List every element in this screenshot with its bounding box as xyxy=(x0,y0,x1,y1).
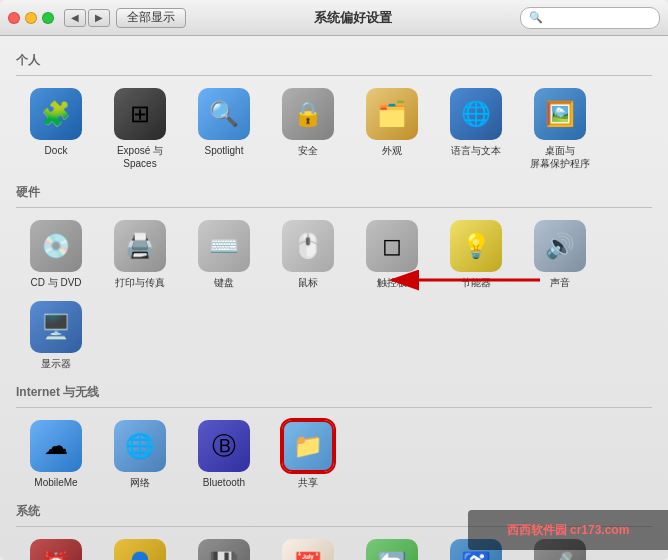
icon-box-desktop: 🖼️ xyxy=(534,88,586,140)
watermark: 西西软件园 cr173.com xyxy=(468,510,668,550)
icon-box-appearance: 🗂️ xyxy=(366,88,418,140)
forward-button[interactable]: ▶ xyxy=(88,9,110,27)
icon-item-langtext[interactable]: 🌐语言与文本 xyxy=(436,84,516,174)
icon-item-expose[interactable]: ⊞Exposé 与 Spaces xyxy=(100,84,180,174)
icon-label-spotlight: Spotlight xyxy=(205,144,244,157)
content-area: 个人🧩Dock⊞Exposé 与 Spaces🔍Spotlight🔒安全🗂️外观… xyxy=(0,36,668,560)
icon-item-software[interactable]: 🔄软件更新 xyxy=(352,535,432,560)
icon-label-trackpad: 触控板 xyxy=(377,276,407,289)
icon-item-datetime[interactable]: 📅日期与时间 xyxy=(268,535,348,560)
icon-box-trackpad: ◻ xyxy=(366,220,418,272)
icon-item-display[interactable]: 🖥️显示器 xyxy=(16,297,96,374)
icon-item-security[interactable]: 🔒安全 xyxy=(268,84,348,174)
icon-item-dock[interactable]: 🧩Dock xyxy=(16,84,96,174)
icon-label-sharing: 共享 xyxy=(298,476,318,489)
window-title: 系统偏好设置 xyxy=(192,9,514,27)
icon-box-datetime: 📅 xyxy=(282,539,334,560)
icon-box-langtext: 🌐 xyxy=(450,88,502,140)
icon-box-print: 🖨️ xyxy=(114,220,166,272)
icon-box-sound: 🔊 xyxy=(534,220,586,272)
system-preferences-window: ◀ ▶ 全部显示 系统偏好设置 🔍 个人🧩Dock⊞Exposé 与 Space… xyxy=(0,0,668,560)
icon-box-sharing: 📁 xyxy=(282,420,334,472)
icon-item-timemachine[interactable]: ⏰Time Machine xyxy=(16,535,96,560)
icon-label-energy: 节能器 xyxy=(461,276,491,289)
icon-grid-personal: 🧩Dock⊞Exposé 与 Spaces🔍Spotlight🔒安全🗂️外观🌐语… xyxy=(16,84,652,174)
icon-item-mouse[interactable]: 🖱️鼠标 xyxy=(268,216,348,293)
search-box[interactable]: 🔍 xyxy=(520,7,660,29)
minimize-button[interactable] xyxy=(25,12,37,24)
section-hardware: 硬件💿CD 与 DVD🖨️打印与传真⌨️键盘🖱️鼠标◻触控板💡节能器🔊声音🖥️显… xyxy=(16,184,652,374)
icon-box-network: 🌐 xyxy=(114,420,166,472)
icon-item-appearance[interactable]: 🗂️外观 xyxy=(352,84,432,174)
icon-label-desktop: 桌面与 屏幕保护程序 xyxy=(530,144,590,170)
icon-label-network: 网络 xyxy=(130,476,150,489)
icon-box-mouse: 🖱️ xyxy=(282,220,334,272)
icon-label-langtext: 语言与文本 xyxy=(451,144,501,157)
icon-box-bluetooth: Ⓑ xyxy=(198,420,250,472)
section-label-internet: Internet 与无线 xyxy=(16,384,652,401)
icon-box-startup: 💾 xyxy=(198,539,250,560)
icon-label-security: 安全 xyxy=(298,144,318,157)
section-internet: Internet 与无线☁MobileMe🌐网络ⒷBluetooth📁共享 xyxy=(16,384,652,493)
icon-grid-hardware: 💿CD 与 DVD🖨️打印与传真⌨️键盘🖱️鼠标◻触控板💡节能器🔊声音🖥️显示器 xyxy=(16,216,652,374)
icon-box-mobileme: ☁ xyxy=(30,420,82,472)
icon-item-energy[interactable]: 💡节能器 xyxy=(436,216,516,293)
icon-box-parental: 👤 xyxy=(114,539,166,560)
icon-item-trackpad[interactable]: ◻触控板 xyxy=(352,216,432,293)
search-icon: 🔍 xyxy=(529,11,543,24)
icon-label-sound: 声音 xyxy=(550,276,570,289)
icon-item-print[interactable]: 🖨️打印与传真 xyxy=(100,216,180,293)
icon-box-security: 🔒 xyxy=(282,88,334,140)
icon-label-bluetooth: Bluetooth xyxy=(203,476,245,489)
icon-item-desktop[interactable]: 🖼️桌面与 屏幕保护程序 xyxy=(520,84,600,174)
nav-buttons: ◀ ▶ xyxy=(64,9,110,27)
icon-label-print: 打印与传真 xyxy=(115,276,165,289)
icon-box-display: 🖥️ xyxy=(30,301,82,353)
app-window: ◀ ▶ 全部显示 系统偏好设置 🔍 个人🧩Dock⊞Exposé 与 Space… xyxy=(0,0,668,560)
icon-label-dock: Dock xyxy=(45,144,68,157)
icon-label-expose: Exposé 与 Spaces xyxy=(117,144,163,170)
icon-label-keyboard: 键盘 xyxy=(214,276,234,289)
icon-box-energy: 💡 xyxy=(450,220,502,272)
maximize-button[interactable] xyxy=(42,12,54,24)
icon-label-cddvd: CD 与 DVD xyxy=(30,276,81,289)
icon-item-parental[interactable]: 👤家长控制 xyxy=(100,535,180,560)
icon-box-spotlight: 🔍 xyxy=(198,88,250,140)
icon-box-timemachine: ⏰ xyxy=(30,539,82,560)
icon-item-keyboard[interactable]: ⌨️键盘 xyxy=(184,216,264,293)
icon-label-appearance: 外观 xyxy=(382,144,402,157)
section-personal: 个人🧩Dock⊞Exposé 与 Spaces🔍Spotlight🔒安全🗂️外观… xyxy=(16,52,652,174)
icon-item-bluetooth[interactable]: ⒷBluetooth xyxy=(184,416,264,493)
icon-item-sound[interactable]: 🔊声音 xyxy=(520,216,600,293)
icon-box-dock: 🧩 xyxy=(30,88,82,140)
icon-box-software: 🔄 xyxy=(366,539,418,560)
back-button[interactable]: ◀ xyxy=(64,9,86,27)
icon-label-display: 显示器 xyxy=(41,357,71,370)
section-label-hardware: 硬件 xyxy=(16,184,652,201)
traffic-lights xyxy=(8,12,54,24)
icon-label-mouse: 鼠标 xyxy=(298,276,318,289)
icon-item-startup[interactable]: 💾启动磁盘 xyxy=(184,535,264,560)
icon-box-cddvd: 💿 xyxy=(30,220,82,272)
show-all-button[interactable]: 全部显示 xyxy=(116,8,186,28)
icon-item-spotlight[interactable]: 🔍Spotlight xyxy=(184,84,264,174)
icon-grid-internet: ☁MobileMe🌐网络ⒷBluetooth📁共享 xyxy=(16,416,652,493)
icon-box-keyboard: ⌨️ xyxy=(198,220,250,272)
section-label-personal: 个人 xyxy=(16,52,652,69)
icon-item-sharing[interactable]: 📁共享 xyxy=(268,416,348,493)
icon-box-expose: ⊞ xyxy=(114,88,166,140)
close-button[interactable] xyxy=(8,12,20,24)
icon-item-cddvd[interactable]: 💿CD 与 DVD xyxy=(16,216,96,293)
icon-label-mobileme: MobileMe xyxy=(34,476,77,489)
icon-item-network[interactable]: 🌐网络 xyxy=(100,416,180,493)
titlebar: ◀ ▶ 全部显示 系统偏好设置 🔍 xyxy=(0,0,668,36)
icon-item-mobileme[interactable]: ☁MobileMe xyxy=(16,416,96,493)
